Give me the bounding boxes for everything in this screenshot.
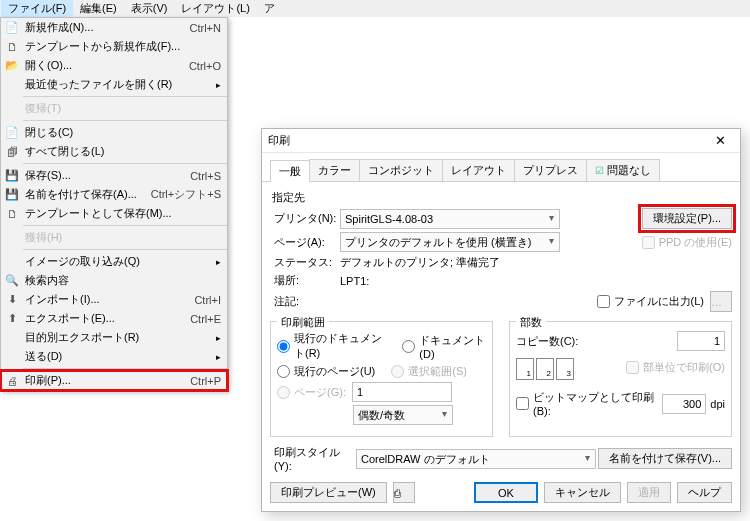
- dest-legend: 指定先: [272, 190, 732, 205]
- mi-open[interactable]: 📂 開く(O)... Ctrl+O: [1, 56, 227, 75]
- collate-checkbox: 部単位で印刷(O): [626, 360, 725, 375]
- mi-close-label: 閉じる(C): [23, 125, 221, 140]
- mi-export-shortcut: Ctrl+E: [182, 313, 221, 325]
- menu-view[interactable]: 表示(V): [124, 0, 175, 18]
- tab-composite[interactable]: コンポジット: [359, 159, 443, 181]
- tab-noissue[interactable]: 問題なし: [586, 159, 660, 181]
- print-style-label: 印刷スタイル(Y):: [270, 445, 356, 472]
- tab-layout[interactable]: レイアウト: [442, 159, 515, 181]
- close-all-icon: 🗐: [1, 142, 23, 161]
- mi-search-label: 検索内容: [23, 273, 221, 288]
- dialog-title: 印刷: [268, 133, 706, 148]
- mi-acquire-label: 獲得(H): [23, 230, 221, 245]
- radio-current-page-label: 現行のページ(U): [294, 364, 375, 379]
- mi-recent-label: 最近使ったファイルを開く(R): [23, 77, 216, 92]
- evenodd-select[interactable]: 偶数/奇数: [353, 405, 453, 425]
- mi-open-label: 開く(O)...: [23, 58, 181, 73]
- mi-save-template[interactable]: 🗋 テンプレートとして保存(M)...: [1, 204, 227, 223]
- mi-save-shortcut: Ctrl+S: [182, 170, 221, 182]
- tab-prepress[interactable]: プリプレス: [514, 159, 587, 181]
- print-style-select[interactable]: CorelDRAW のデフォルト: [356, 449, 596, 469]
- mi-export-label: エクスポート(E)...: [23, 311, 182, 326]
- close-doc-icon: 📄: [1, 123, 23, 142]
- radio-pages: ページ(G):: [277, 385, 346, 400]
- mi-send-label: 送る(D): [23, 349, 216, 364]
- menu-file[interactable]: ファイル(F): [1, 0, 73, 18]
- ok-button[interactable]: OK: [474, 482, 538, 503]
- save-template-icon: 🗋: [1, 204, 23, 223]
- mi-print-label: 印刷(P)...: [23, 373, 182, 388]
- where-value: LPT1:: [340, 275, 369, 287]
- mi-save[interactable]: 💾 保存(S)... Ctrl+S: [1, 166, 227, 185]
- mi-recent[interactable]: 最近使ったファイルを開く(R) ▸: [1, 75, 227, 94]
- radio-pages-label: ページ(G):: [294, 385, 346, 400]
- mi-import[interactable]: ⬇ インポート(I)... Ctrl+I: [1, 290, 227, 309]
- mi-close-all-label: すべて閉じる(L): [23, 144, 221, 159]
- radio-documents-label: ドキュメント(D): [419, 333, 486, 360]
- collate-label: 部単位で印刷(O): [643, 360, 725, 375]
- mi-image-import[interactable]: イメージの取り込み(Q) ▸: [1, 252, 227, 271]
- dialog-buttons: 印刷プレビュー(W) ⎙ OK キャンセル 適用 ヘルプ: [270, 482, 732, 503]
- ppd-label: PPD の使用(E): [659, 235, 732, 250]
- radio-selection-label: 選択範囲(S): [408, 364, 467, 379]
- radio-selection: 選択範囲(S): [391, 364, 467, 379]
- file-dropdown: 📄 新規作成(N)... Ctrl+N 🗋 テンプレートから新規作成(F)...…: [0, 17, 228, 391]
- menu-arrange[interactable]: ア: [257, 0, 282, 18]
- mi-export-for-label: 目的別エクスポート(R): [23, 330, 216, 345]
- radio-current-doc-label: 現行のドキュメント(R): [294, 331, 389, 361]
- radio-current-page[interactable]: 現行のページ(U): [277, 364, 375, 379]
- export-icon: ⬆: [1, 309, 23, 328]
- copies-label: コピー数(C):: [516, 334, 578, 349]
- mi-export[interactable]: ⬆ エクスポート(E)... Ctrl+E: [1, 309, 227, 328]
- tab-noissue-label: 問題なし: [607, 164, 651, 176]
- menu-layout[interactable]: レイアウト(L): [174, 0, 256, 18]
- menu-edit[interactable]: 編集(E): [73, 0, 124, 18]
- mi-save-as[interactable]: 💾 名前を付けて保存(A)... Ctrl+シフト+S: [1, 185, 227, 204]
- page-select[interactable]: プリンタのデフォルトを使用 (横置き): [340, 232, 560, 252]
- radio-current-doc[interactable]: 現行のドキュメント(R): [277, 331, 389, 361]
- submenu-arrow-icon: ▸: [216, 352, 221, 362]
- submenu-arrow-icon: ▸: [216, 257, 221, 267]
- preferences-button[interactable]: 環境設定(P)...: [642, 208, 732, 229]
- mi-new-from-template[interactable]: 🗋 テンプレートから新規作成(F)...: [1, 37, 227, 56]
- mi-close-all[interactable]: 🗐 すべて閉じる(L): [1, 142, 227, 161]
- print-as-bitmap-checkbox[interactable]: ビットマップとして印刷(B):: [516, 390, 658, 417]
- bitmap-unit: dpi: [710, 398, 725, 410]
- save-as-icon: 💾: [1, 185, 23, 204]
- mi-send[interactable]: 送る(D) ▸: [1, 347, 227, 366]
- range-group: 印刷範囲 現行のドキュメント(R) ドキュメント(D) 現行のページ(U) 選択…: [270, 321, 493, 437]
- collate-illustration-icon: [516, 358, 574, 380]
- menubar: ファイル(F) 編集(E) 表示(V) レイアウト(L) ア: [0, 0, 750, 17]
- printer-select[interactable]: SpiritGLS-4.08-03: [340, 209, 560, 229]
- mi-print[interactable]: 🖨 印刷(P)... Ctrl+P: [1, 371, 227, 390]
- mi-export-for[interactable]: 目的別エクスポート(R) ▸: [1, 328, 227, 347]
- close-icon[interactable]: ✕: [706, 133, 734, 148]
- preview-toggle-button[interactable]: ⎙: [393, 482, 415, 503]
- print-to-file-checkbox[interactable]: ファイルに出力(L): [597, 294, 704, 309]
- mi-revert: 復帰(T): [1, 99, 227, 118]
- radio-documents[interactable]: ドキュメント(D): [402, 333, 486, 360]
- mi-image-import-label: イメージの取り込み(Q): [23, 254, 216, 269]
- titlebar: 印刷 ✕: [262, 129, 740, 153]
- mi-save-as-label: 名前を付けて保存(A)...: [23, 187, 143, 202]
- pages-input[interactable]: [352, 382, 452, 402]
- copies-input[interactable]: [677, 331, 725, 351]
- mi-save-as-shortcut: Ctrl+シフト+S: [143, 187, 221, 202]
- mi-open-shortcut: Ctrl+O: [181, 60, 221, 72]
- tab-color[interactable]: カラー: [309, 159, 360, 181]
- style-save-as-button[interactable]: 名前を付けて保存(V)...: [598, 448, 732, 469]
- mi-save-label: 保存(S)...: [23, 168, 182, 183]
- print-preview-button[interactable]: 印刷プレビュー(W): [270, 482, 387, 503]
- mi-new[interactable]: 📄 新規作成(N)... Ctrl+N: [1, 18, 227, 37]
- mi-close[interactable]: 📄 閉じる(C): [1, 123, 227, 142]
- template-icon: 🗋: [1, 37, 23, 56]
- tab-general[interactable]: 一般: [270, 160, 310, 182]
- help-button[interactable]: ヘルプ: [677, 482, 732, 503]
- apply-button: 適用: [627, 482, 671, 503]
- copies-legend: 部数: [516, 315, 546, 330]
- mi-search[interactable]: 🔍 検索内容: [1, 271, 227, 290]
- bitmap-dpi-input[interactable]: [662, 394, 706, 414]
- new-icon: 📄: [1, 18, 23, 37]
- mi-save-template-label: テンプレートとして保存(M)...: [23, 206, 221, 221]
- cancel-button[interactable]: キャンセル: [544, 482, 621, 503]
